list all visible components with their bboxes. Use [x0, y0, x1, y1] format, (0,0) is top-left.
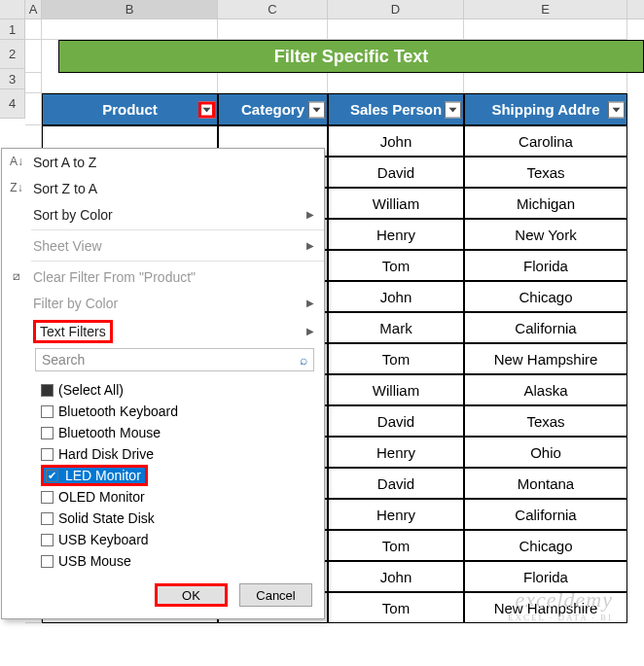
cell-shipping[interactable]: Carolina — [464, 125, 627, 157]
filter-button-category[interactable] — [308, 101, 325, 118]
filter-check-item[interactable]: Bluetooth Mouse — [41, 422, 308, 443]
cell-sales-person[interactable]: David — [328, 405, 464, 437]
row-headers: 1 2 3 4 — [0, 19, 25, 119]
sort-by-color[interactable]: Sort by Color ▶ — [2, 201, 324, 228]
filter-search-input[interactable]: Search ⌕ — [35, 348, 314, 371]
checkbox-icon — [41, 512, 54, 525]
cell-sales-person[interactable]: Tom — [328, 530, 464, 561]
header-shipping: Shipping Addre — [464, 93, 627, 125]
filter-button-product[interactable] — [198, 101, 215, 118]
cell-sales-person[interactable]: Henry — [328, 437, 464, 468]
cell-shipping[interactable]: Florida — [464, 250, 627, 281]
cell-sales-person[interactable]: John — [328, 561, 464, 592]
filter-checklist: (Select All)Bluetooth KeyboardBluetooth … — [35, 375, 314, 570]
col-header-b[interactable]: B — [42, 0, 218, 18]
cell-shipping[interactable]: Texas — [464, 405, 627, 437]
filter-button-sales-person[interactable] — [445, 101, 461, 118]
filter-button-shipping[interactable] — [608, 101, 625, 118]
header-shipping-label: Shipping Addre — [491, 101, 599, 118]
sort-z-to-a[interactable]: Z↓ Sort Z to A — [2, 175, 324, 201]
checkbox-icon — [41, 448, 54, 461]
header-category: Category — [218, 93, 328, 125]
checkbox-icon — [41, 491, 54, 504]
header-product-label: Product — [102, 101, 158, 118]
filter-check-label: USB Mouse — [58, 553, 131, 569]
chevron-right-icon: ▶ — [306, 240, 314, 251]
sort-asc-icon: A↓ — [8, 153, 25, 170]
col-header-e[interactable]: E — [464, 0, 627, 18]
filter-dropdown: A↓ Sort A to Z Z↓ Sort Z to A Sort by Co… — [1, 148, 325, 619]
cell-shipping[interactable]: New York — [464, 219, 627, 250]
checkbox-icon — [41, 427, 54, 439]
cell-sales-person[interactable]: Tom — [328, 250, 464, 281]
chevron-right-icon: ▶ — [306, 326, 314, 336]
filter-check-item[interactable]: ✔LED Monitor — [41, 465, 308, 486]
search-icon: ⌕ — [300, 352, 307, 368]
filter-by-color: Filter by Color ▶ — [2, 290, 324, 316]
col-header-c[interactable]: C — [218, 0, 328, 18]
filter-check-label: Bluetooth Mouse — [58, 425, 161, 440]
cell-shipping[interactable]: Michigan — [464, 188, 627, 219]
sheet-view: Sheet View ▶ — [2, 232, 324, 259]
checkbox-icon — [41, 384, 54, 397]
chevron-right-icon: ▶ — [306, 298, 314, 308]
filter-check-label: LED Monitor — [63, 468, 143, 483]
cell-shipping[interactable]: Chicago — [464, 530, 627, 561]
filter-check-item[interactable]: USB Mouse — [41, 550, 308, 570]
checkbox-icon — [41, 534, 54, 546]
cell-sales-person[interactable]: Tom — [328, 592, 464, 623]
header-category-label: Category — [241, 101, 304, 118]
filter-check-label: Hard Disk Drive — [58, 446, 154, 462]
checkbox-icon — [41, 555, 54, 568]
cell-sales-person[interactable]: Henry — [328, 219, 464, 250]
filter-check-item[interactable]: USB Keyboard — [41, 529, 308, 550]
row-header-4[interactable]: 4 — [0, 89, 25, 119]
filter-check-item[interactable]: Solid State Disk — [41, 508, 308, 529]
filter-check-item[interactable]: OLED Monitor — [41, 486, 308, 508]
cell-sales-person[interactable]: John — [328, 125, 464, 157]
cell-shipping[interactable]: Texas — [464, 157, 627, 188]
checkbox-icon — [41, 405, 54, 418]
cell-shipping[interactable]: New Hampshire — [464, 343, 627, 374]
cell-sales-person[interactable]: William — [328, 188, 464, 219]
checkbox-icon: ✔ — [46, 470, 58, 482]
filter-check-item[interactable]: Hard Disk Drive — [41, 443, 308, 465]
cancel-button[interactable]: Cancel — [239, 583, 312, 607]
cell-shipping[interactable]: Alaska — [464, 374, 627, 405]
ok-button[interactable]: OK — [155, 583, 228, 607]
cell-shipping[interactable]: Florida — [464, 561, 627, 592]
clear-filter: ⧄ Clear Filter From "Product" — [2, 263, 324, 290]
filter-check-label: USB Keyboard — [58, 532, 149, 547]
cell-shipping[interactable]: California — [464, 499, 627, 530]
filter-check-label: (Select All) — [58, 382, 124, 398]
cell-shipping[interactable]: Chicago — [464, 281, 627, 312]
header-product: Product — [42, 93, 218, 125]
filter-check-label: OLED Monitor — [58, 489, 145, 505]
row-header-2[interactable]: 2 — [0, 40, 25, 69]
cell-sales-person[interactable]: John — [328, 281, 464, 312]
header-sales-person-label: Sales Person — [350, 101, 442, 118]
col-header-a[interactable]: A — [25, 0, 42, 18]
cell-sales-person[interactable]: David — [328, 157, 464, 188]
filter-check-label: Bluetooth Keyboard — [58, 403, 178, 419]
cell-sales-person[interactable]: Mark — [328, 312, 464, 343]
sort-a-to-z[interactable]: A↓ Sort A to Z — [2, 149, 324, 175]
cell-shipping[interactable]: California — [464, 312, 627, 343]
row-header-3[interactable]: 3 — [0, 69, 25, 89]
sort-desc-icon: Z↓ — [8, 179, 25, 196]
clear-filter-icon: ⧄ — [8, 267, 25, 285]
column-headers: A B C D E — [0, 0, 644, 19]
filter-check-item[interactable]: (Select All) — [41, 379, 308, 401]
cell-sales-person[interactable]: David — [328, 468, 464, 499]
col-header-d[interactable]: D — [328, 0, 464, 18]
cell-shipping[interactable]: Montana — [464, 468, 627, 499]
cell-sales-person[interactable]: William — [328, 374, 464, 405]
cell-sales-person[interactable]: Henry — [328, 499, 464, 530]
page-title: Filter Specific Text — [58, 40, 644, 73]
row-header-1[interactable]: 1 — [0, 19, 25, 40]
text-filters[interactable]: Text Filters ▶ — [2, 318, 324, 344]
cell-sales-person[interactable]: Tom — [328, 343, 464, 374]
cell-shipping[interactable]: Ohio — [464, 437, 627, 468]
cell-shipping[interactable]: New Hampshire — [464, 592, 627, 623]
filter-check-item[interactable]: Bluetooth Keyboard — [41, 401, 308, 422]
